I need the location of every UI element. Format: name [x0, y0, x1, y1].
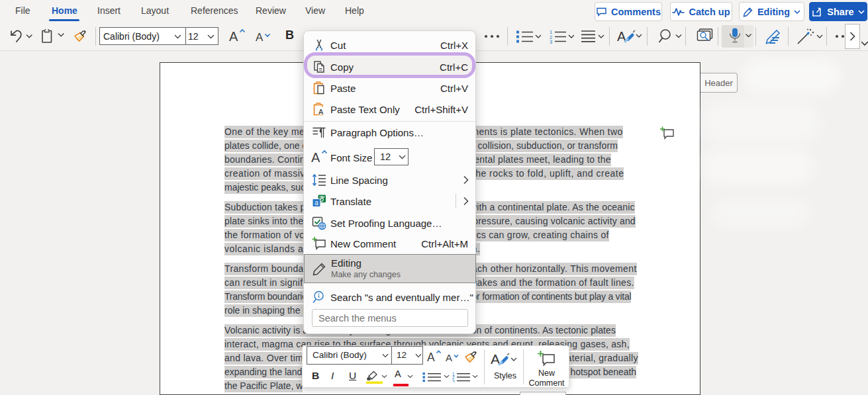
svg-text:A: A — [427, 351, 435, 364]
svg-text:a: a — [314, 199, 318, 206]
svg-text:A: A — [318, 108, 324, 116]
svg-text:A: A — [256, 31, 264, 44]
svg-text:3: 3 — [452, 379, 455, 383]
svg-text:A: A — [311, 150, 320, 165]
svg-text:3: 3 — [550, 39, 552, 44]
svg-text:A: A — [446, 352, 452, 363]
svg-text:A: A — [229, 29, 238, 44]
